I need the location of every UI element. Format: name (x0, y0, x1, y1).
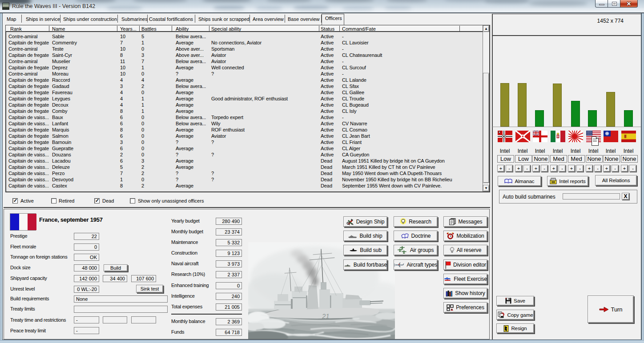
svg-text:21: 21 (322, 312, 330, 320)
